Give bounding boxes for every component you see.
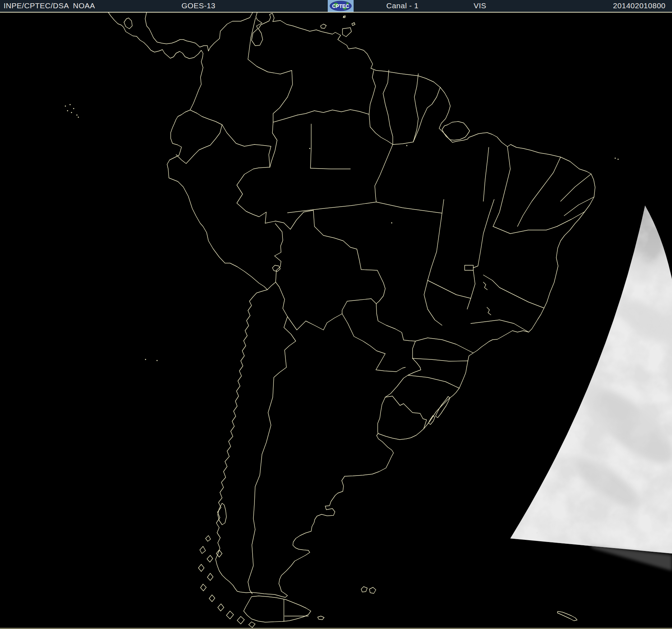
island-speck: [406, 145, 407, 146]
header-bar: INPE/CPTEC/DSA NOAA GOES-13 Canal - 1 VI…: [0, 0, 672, 12]
island-speck: [617, 159, 618, 160]
satellite-map: [0, 0, 672, 629]
island-speck: [76, 114, 77, 115]
bottom-border-line: [0, 628, 672, 629]
logo-text: CPTEC: [332, 3, 349, 9]
island-speck: [309, 148, 310, 149]
satellite-label: GOES-13: [181, 0, 216, 12]
island-speck: [73, 108, 74, 109]
agency-label: INPE/CPTEC/DSA: [4, 0, 69, 12]
header-separator: [0, 12, 672, 13]
satellite-image-stage: INPE/CPTEC/DSA NOAA GOES-13 Canal - 1 VI…: [0, 0, 672, 629]
noaa-label: NOAA: [73, 0, 95, 12]
timestamp-label: 201402010800: [613, 0, 666, 12]
island-speck: [71, 112, 72, 113]
channel-label: Canal - 1: [386, 0, 419, 12]
island-speck: [67, 110, 68, 111]
island-speck: [78, 116, 79, 118]
island-speck: [343, 16, 344, 17]
island-speck: [145, 359, 146, 360]
island-speck: [391, 222, 392, 223]
island-speck: [69, 104, 70, 105]
island-speck: [615, 157, 616, 159]
island-speck: [65, 105, 66, 106]
band-label: VIS: [474, 0, 486, 12]
cptec-logo: CPTEC: [328, 0, 354, 12]
island-speck: [156, 360, 157, 361]
